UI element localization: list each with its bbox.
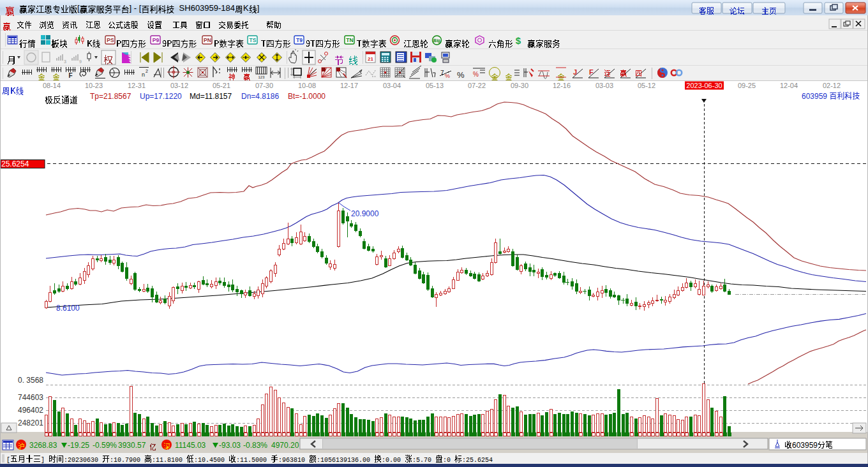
svg-text:3930.57: 3930.57 bbox=[118, 441, 146, 450]
svg-text::5.70: :5.70 bbox=[412, 457, 431, 464]
svg-text:Big: Big bbox=[433, 38, 440, 43]
svg-text:25.6254: 25.6254 bbox=[1, 159, 29, 168]
svg-text:03-04: 03-04 bbox=[383, 82, 401, 89]
svg-text:12-04: 12-04 bbox=[780, 82, 798, 89]
svg-text:09-30: 09-30 bbox=[511, 82, 528, 89]
svg-text::1056139136.00: :1056139136.00 bbox=[317, 457, 370, 464]
svg-text::10.4500: :10.4500 bbox=[194, 457, 225, 464]
svg-text:K: K bbox=[243, 3, 249, 13]
svg-text::11.8100: :11.8100 bbox=[152, 457, 183, 464]
svg-text:12-17: 12-17 bbox=[340, 82, 358, 89]
svg-text:]: ] bbox=[257, 3, 260, 13]
svg-text:3268.83: 3268.83 bbox=[29, 441, 57, 450]
svg-text:07-22: 07-22 bbox=[468, 82, 486, 89]
svg-text:10-23: 10-23 bbox=[85, 82, 103, 89]
svg-text:Up=17.1220: Up=17.1220 bbox=[140, 92, 182, 101]
svg-text:[: [ bbox=[6, 457, 10, 464]
svg-text:PS: PS bbox=[107, 37, 114, 43]
svg-text:PN: PN bbox=[204, 37, 211, 43]
svg-text:496402: 496402 bbox=[18, 406, 43, 415]
svg-text:F: F bbox=[589, 68, 594, 76]
svg-text:] - [: ] - [ bbox=[130, 3, 142, 13]
svg-text:$: $ bbox=[516, 35, 521, 46]
svg-text::25.6254: :25.6254 bbox=[462, 457, 493, 464]
svg-text:-0.83%: -0.83% bbox=[243, 441, 267, 450]
svg-text:Bt=-1.0000: Bt=-1.0000 bbox=[288, 92, 326, 101]
svg-text:3: 3 bbox=[64, 59, 66, 64]
svg-text:20.9000: 20.9000 bbox=[351, 209, 379, 218]
svg-text:12-16: 12-16 bbox=[553, 82, 571, 89]
svg-text:248201: 248201 bbox=[18, 419, 43, 427]
svg-text:%: % bbox=[473, 71, 479, 78]
svg-text:744603: 744603 bbox=[18, 393, 43, 402]
svg-text:09-25: 09-25 bbox=[738, 82, 756, 89]
svg-text:4970.20: 4970.20 bbox=[271, 441, 299, 450]
svg-text:07-30: 07-30 bbox=[255, 82, 273, 89]
svg-text:05-13: 05-13 bbox=[426, 82, 444, 89]
svg-text:10-08: 10-08 bbox=[298, 82, 316, 89]
svg-text::0: :0 bbox=[443, 457, 451, 464]
svg-text::20230630: :20230630 bbox=[64, 457, 98, 464]
svg-text:TN: TN bbox=[346, 37, 353, 43]
svg-text:12-31: 12-31 bbox=[128, 82, 146, 89]
svg-text:]: ] bbox=[41, 457, 45, 464]
svg-text:%: % bbox=[445, 73, 450, 79]
svg-text:123: 123 bbox=[258, 75, 265, 79]
svg-text:J: J bbox=[573, 68, 577, 76]
svg-text:8.6100: 8.6100 bbox=[56, 304, 80, 313]
svg-text:Dn=4.8186: Dn=4.8186 bbox=[241, 92, 279, 101]
svg-text:08-14: 08-14 bbox=[43, 82, 61, 89]
svg-text:SH603959-184: SH603959-184 bbox=[179, 3, 235, 13]
svg-text:F: F bbox=[68, 72, 72, 79]
svg-text:[: [ bbox=[77, 3, 80, 13]
svg-text:n: n bbox=[142, 71, 145, 78]
svg-text:-93.03: -93.03 bbox=[219, 441, 241, 450]
svg-text:TS: TS bbox=[250, 37, 257, 43]
svg-text:0. 3568: 0. 3568 bbox=[18, 376, 43, 385]
svg-text:-19.25: -19.25 bbox=[68, 441, 89, 450]
svg-text:05-21: 05-21 bbox=[213, 82, 230, 89]
svg-text:Md=11.8157: Md=11.8157 bbox=[190, 92, 232, 101]
svg-text:05-12: 05-12 bbox=[638, 82, 655, 89]
svg-text:9: 9 bbox=[79, 59, 82, 64]
svg-text:603959: 603959 bbox=[802, 92, 827, 101]
svg-text::10.7900: :10.7900 bbox=[110, 457, 140, 464]
svg-text::963810: :963810 bbox=[278, 457, 305, 464]
svg-text:03-12: 03-12 bbox=[170, 82, 188, 89]
svg-text:21: 21 bbox=[368, 56, 373, 62]
svg-text:2023-06-30: 2023-06-30 bbox=[686, 82, 722, 89]
svg-text:-0.59%: -0.59% bbox=[93, 441, 117, 450]
svg-text:2: 2 bbox=[146, 69, 148, 73]
svg-text:03-03: 03-03 bbox=[595, 82, 613, 89]
svg-text:Tp=21.8567: Tp=21.8567 bbox=[90, 92, 131, 101]
svg-text:02-12: 02-12 bbox=[823, 82, 841, 89]
svg-text:P9: P9 bbox=[153, 37, 160, 43]
svg-text::11.5000: :11.5000 bbox=[236, 457, 267, 464]
svg-text:%: % bbox=[457, 70, 465, 80]
svg-text:603959: 603959 bbox=[792, 441, 818, 450]
svg-text::0.00: :0.00 bbox=[382, 457, 401, 464]
svg-text:T9: T9 bbox=[296, 37, 303, 43]
svg-text:11145.03: 11145.03 bbox=[175, 441, 206, 450]
